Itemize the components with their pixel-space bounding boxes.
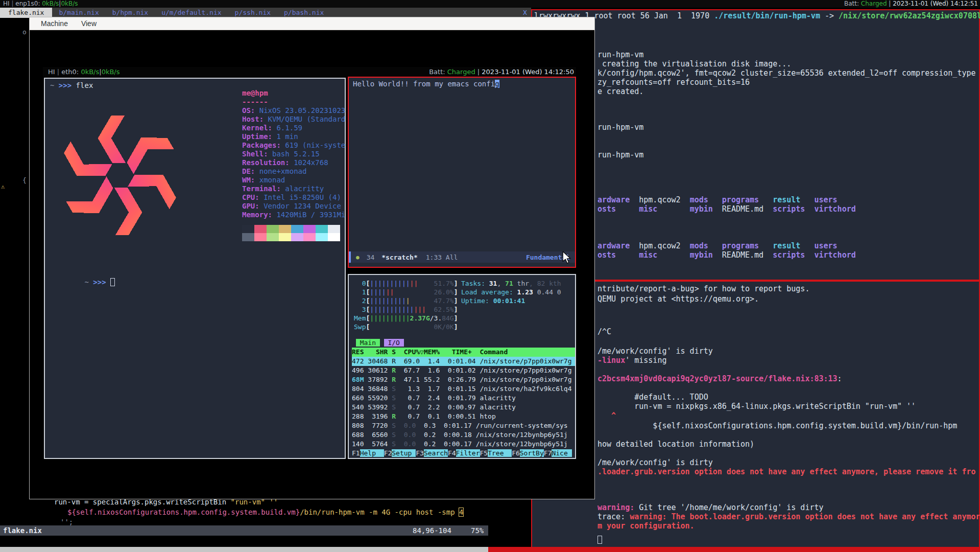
terminal-palette-row xyxy=(242,225,340,233)
neofetch-line: OS: NixOS 23.05.20231023 xyxy=(242,106,345,115)
mouse-cursor xyxy=(562,251,572,264)
palette-swatch xyxy=(242,225,254,233)
warning-icon: ⚠ xyxy=(1,183,5,190)
modeline-position: 84,96-104 xyxy=(413,525,451,536)
tab-ssh-nix[interactable]: p/ssh.nix xyxy=(228,8,277,18)
terminal-line: ${self.nixosConfigurations.hpm.config.sy… xyxy=(597,421,957,430)
terminal-line: #default... TODO xyxy=(597,393,708,402)
terminal-pane-nix-build[interactable]: ntribute/report-a-bug> for how to report… xyxy=(531,281,980,552)
terminal-palette-row xyxy=(242,233,340,241)
palette-swatch xyxy=(328,233,340,241)
terminal-line: creating the virtualisation disk image..… xyxy=(597,59,791,68)
menu-machine[interactable]: Machine xyxy=(41,17,68,30)
htop-cpu-meter: 2[|||||||||| 47.7%] xyxy=(354,296,458,305)
guest-terminal-window[interactable]: ~ >>> flex xyxy=(44,78,346,459)
terminal-line: lrwxrwxrwx 1 root root 56 Jan 1 1970 ./r… xyxy=(534,11,980,20)
palette-swatch xyxy=(291,233,303,241)
palette-swatch xyxy=(267,225,279,233)
palette-swatch xyxy=(279,233,291,241)
neofetch-line: Packages: 619 (nix-syste xyxy=(242,141,345,150)
htop-process-row[interactable]: 688 6560 S 0.0 0.2 0:00.18 /nix/store/12… xyxy=(352,430,575,440)
tab-flake-nix[interactable]: flake.nix xyxy=(0,8,52,18)
emacs-position: 1:33 All xyxy=(426,254,458,261)
htop-screen-tabs[interactable]: Main I/O xyxy=(352,338,575,348)
tab-default-nix[interactable]: u/m/default.nix xyxy=(155,8,228,18)
ls-listing-line: osts misc mybin README.md scripts virtch… xyxy=(597,250,856,260)
ls-listing-line: ardware hpm.qcow2 mods programs result u… xyxy=(597,241,838,250)
neofetch-line: Kernel: 6.1.59 xyxy=(242,124,345,132)
terminal-pane-qemu-output[interactable]: lrwxrwxrwx 1 root root 56 Jan 1 1970 ./r… xyxy=(531,9,980,281)
palette-swatch xyxy=(279,225,291,233)
editor-tab-bar: flake.nix b/main.nix b/hpm.nix u/m/defau… xyxy=(0,8,531,18)
editor-stray-glyph: { xyxy=(22,176,27,185)
emacs-buffer-text: Hello World!! from my emacs config xyxy=(353,80,499,88)
htop-process-row[interactable]: 496 30612 R 67.7 1.6 0:01.02 /nix/store/… xyxy=(352,366,575,375)
neofetch-line: Memory: 1420MiB / 3931Mi xyxy=(242,211,345,219)
host-network-status: HI | enp1s0: 0kB/s|0kB/s xyxy=(3,0,78,8)
neofetch-line: Terminal: alacritty xyxy=(242,185,345,193)
terminal-cursor xyxy=(110,278,115,286)
htop-process-row-selected[interactable]: 472 30468 R 69.0 1.4 0:01.04 /nix/store/… xyxy=(352,357,575,366)
htop-function-key-bar[interactable]: F1Help F2Setup F3SearchF4FilterF5Tree F6… xyxy=(352,449,575,458)
palette-swatch xyxy=(303,225,316,233)
neofetch-line: WM: xmonad xyxy=(242,176,345,185)
htop-load-average: Load average: 1.23 0.44 0 xyxy=(461,288,561,296)
modified-indicator-icon: ● xyxy=(356,254,360,261)
htop-table-header[interactable]: RES SHR S CPU%▽MEM% TIME+ Command xyxy=(352,348,575,357)
host-battery-clock: Batt: Charged | 2023-11-01 (Wed) 14:12:5… xyxy=(844,0,978,8)
guest-emacs-window[interactable]: Hello World!! from my emacs config ● 34 … xyxy=(348,77,576,268)
palette-swatch xyxy=(303,233,316,241)
terminal-line: /me/work/config' is dirty xyxy=(597,458,713,467)
palette-swatch xyxy=(328,225,340,233)
neofetch-line: CPU: Intel i5-8250U (4) xyxy=(242,193,345,202)
menu-view[interactable]: View xyxy=(81,17,97,30)
htop-cpu-meter: 1[|||||| 26.0%] xyxy=(354,288,458,296)
terminal-line: warning: Git tree '/home/me/work/config'… xyxy=(597,503,824,512)
terminal-line: /me/work/config' is dirty xyxy=(597,347,713,356)
guest-status-bar: HI | eth0: 0kB/s|0kB/s Batt: Charged | 2… xyxy=(43,67,576,77)
neofetch-line: Host: KVM/QEMU (Standard xyxy=(242,115,345,124)
terminal-line: run-vm = nixpkgs.x86_64-linux.pkgs.write… xyxy=(597,402,916,411)
neofetch-line: DE: none+xmonad xyxy=(242,167,345,176)
terminal-line: run-hpm-vm xyxy=(597,150,643,159)
terminal-line: e created. xyxy=(597,87,643,96)
htop-process-table: Main I/O RES SHR S CPU%▽MEM% TIME+ Comma… xyxy=(352,338,575,458)
terminal-line: ^ xyxy=(597,411,616,420)
guest-htop-window[interactable]: 0[|||||||||||| 51.7%] 1[|||||| 26.0%] 2[… xyxy=(348,274,576,459)
htop-process-row[interactable]: 288 3196 R 0.7 0.1 0:00.51 htop xyxy=(352,412,575,421)
htop-uptime: Uptime: 00:01:41 xyxy=(461,296,525,305)
htop-cpu-meter: 3[|||||||||||||| 62.5%] xyxy=(354,305,458,314)
terminal-cursor xyxy=(597,536,602,544)
tab-hpm-nix[interactable]: b/hpm.nix xyxy=(106,8,155,18)
neofetch-line: GPU: Vendor 1234 Device xyxy=(242,202,345,211)
guest-battery-clock: Batt: Charged | 2023-11-01 (Wed) 14:12:5… xyxy=(429,67,574,77)
htop-tasks: Tasks: 31, 71 thr, 82 kth xyxy=(461,279,561,288)
palette-swatch xyxy=(254,233,267,241)
htop-process-row[interactable]: 540 53992 S 0.7 2.2 0:00.97 alacritty xyxy=(352,403,575,412)
terminal-bottom-border xyxy=(488,547,980,552)
emacs-line-count: 34 xyxy=(367,254,375,261)
terminal-line: /^C xyxy=(597,327,611,336)
htop-process-row[interactable]: 140 5764 S 0.0 0.2 0:00.17 /nix/store/12… xyxy=(352,440,575,449)
editor-bottom-border xyxy=(0,547,488,552)
tab-bash-nix[interactable]: p/bash.nix xyxy=(277,8,330,18)
modeline-filename: flake.nix xyxy=(3,525,42,536)
htop-process-row[interactable]: 804 36848 S 1.3 1.7 0:01.15 /nix/store/h… xyxy=(352,384,575,394)
host-status-bar: HI | enp1s0: 0kB/s|0kB/s Batt: Charged |… xyxy=(0,0,980,8)
code-line: ${self.nixosConfigurations.hpm.config.sy… xyxy=(67,508,463,517)
terminal-line: m your configuration. xyxy=(597,521,695,531)
desktop: HI | enp1s0: 0kB/s|0kB/s Batt: Charged |… xyxy=(0,0,980,552)
htop-process-row[interactable]: 808 7720 S 0.0 0.3 0:01.17 /run/current-… xyxy=(352,421,575,430)
terminal-line: k/config/hpm.qcow2', fmt=qcow2 cluster_s… xyxy=(597,68,976,78)
terminal-line: ntribute/report-a-bug> for how to report… xyxy=(597,284,809,293)
terminal-line: run-hpm-vm xyxy=(597,123,643,132)
tab-main-nix[interactable]: b/main.nix xyxy=(52,8,105,18)
qemu-vm-window[interactable]: Machine View HI | eth0: 0kB/s|0kB/s Batt… xyxy=(29,17,595,499)
guest-network-status: HI | eth0: 0kB/s|0kB/s xyxy=(48,67,120,77)
htop-process-row[interactable]: 660 55920 S 0.7 2.4 0:01.79 alacritty xyxy=(352,394,575,403)
terminal-line: run-hpm-vm xyxy=(597,50,643,59)
palette-swatch xyxy=(316,233,328,241)
htop-process-row[interactable]: 68M 37892 R 47.1 55.2 0:26.79 /nix/store… xyxy=(352,375,575,384)
tab-close-icon[interactable]: X xyxy=(523,8,527,18)
terminal-line: zy_refcounts=off refcount_bits=16 xyxy=(597,78,750,87)
